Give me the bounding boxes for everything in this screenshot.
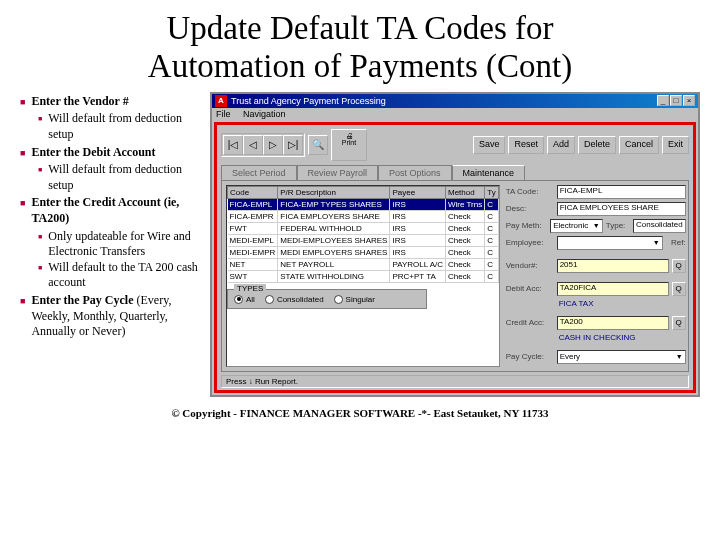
table-cell: IRS — [390, 210, 446, 222]
table-cell: Check — [445, 234, 484, 246]
table-cell: C — [485, 270, 498, 282]
table-cell: FICA-EMP TYPES SHARES — [278, 198, 390, 210]
radio-singular[interactable]: Singular — [334, 295, 375, 304]
table-cell: C — [485, 210, 498, 222]
menu-file[interactable]: File — [216, 109, 231, 119]
table-cell: C — [485, 198, 498, 210]
bullet-icon: ■ — [20, 198, 25, 226]
debit-field[interactable]: TA20FICA — [557, 282, 669, 296]
table-row[interactable]: FWTFEDERAL WITHHOLDIRSCheckC — [228, 222, 499, 234]
type-field[interactable]: Consolidated — [633, 219, 686, 233]
menu-navigation[interactable]: Navigation — [243, 109, 286, 119]
title-line-1: Update Default TA Codes for — [166, 10, 553, 46]
table-cell: FICA-EMPL — [228, 198, 278, 210]
table-cell: IRS — [390, 222, 446, 234]
maximize-button[interactable]: □ — [670, 95, 682, 106]
table-cell: PRC+PT TA — [390, 270, 446, 282]
tab-select-period[interactable]: Select Period — [221, 165, 297, 180]
radio-sing-label: Singular — [346, 295, 375, 304]
chevron-down-icon: ▼ — [676, 353, 683, 360]
table-cell: MEDI-EMPLOYEES SHARES — [278, 234, 390, 246]
table-row[interactable]: NETNET PAYROLLPAYROLL A/CCheckC — [228, 258, 499, 270]
table-row[interactable]: FICA-EMPLFICA-EMP TYPES SHARESIRSWire Tr… — [228, 198, 499, 210]
table-cell: SWT — [228, 270, 278, 282]
vendor-lookup-icon[interactable]: Q — [672, 259, 686, 273]
tab-maintenance[interactable]: Maintenance — [452, 165, 526, 180]
credit-label: Credit Acc: — [506, 318, 554, 327]
paycycle-select[interactable]: Every▼ — [557, 350, 686, 364]
table-cell: FWT — [228, 222, 278, 234]
col-method[interactable]: Method — [445, 186, 484, 198]
delete-button[interactable]: Delete — [578, 136, 616, 154]
table-cell: FICA-EMPR — [228, 210, 278, 222]
vendor-field[interactable]: 2051 — [557, 259, 669, 273]
table-cell: MEDI-EMPR — [228, 246, 278, 258]
reset-button[interactable]: Reset — [508, 136, 544, 154]
slide-title: Update Default TA Codes for Automation o… — [20, 10, 700, 86]
bullet-icon: ■ — [20, 296, 25, 340]
nav-prev-icon[interactable]: ◁ — [243, 135, 263, 155]
tab-post-options[interactable]: Post Options — [378, 165, 452, 180]
tacode-field[interactable]: FICA-EMPL — [557, 185, 686, 199]
col-payee[interactable]: Payee — [390, 186, 446, 198]
bullet-3-1: Only updateable for Wire and Electronic … — [48, 229, 200, 260]
app-logo-icon: A — [215, 95, 227, 107]
table-cell: FEDERAL WITHHOLD — [278, 222, 390, 234]
nav-last-icon[interactable]: ▷| — [283, 135, 303, 155]
tab-review-payroll[interactable]: Review Payroll — [297, 165, 379, 180]
paymethod-value: Electronic — [553, 221, 588, 230]
table-cell: MEDI EMPLOYERS SHARES — [278, 246, 390, 258]
table-cell: MEDI-EMPL — [228, 234, 278, 246]
exit-button[interactable]: Exit — [662, 136, 689, 154]
col-code[interactable]: Code — [228, 186, 278, 198]
debit-lookup-icon[interactable]: Q — [672, 282, 686, 296]
col-type[interactable]: Ty — [485, 186, 498, 198]
table-cell: C — [485, 234, 498, 246]
paymethod-select[interactable]: Electronic▼ — [550, 219, 603, 233]
menubar: File Navigation — [212, 108, 698, 120]
table-cell: PAYROLL A/C — [390, 258, 446, 270]
save-button[interactable]: Save — [473, 136, 506, 154]
employee-select[interactable]: ▼ — [557, 236, 663, 250]
add-button[interactable]: Add — [547, 136, 575, 154]
table-cell: IRS — [390, 198, 446, 210]
table-row[interactable]: MEDI-EMPLMEDI-EMPLOYEES SHARESIRSCheckC — [228, 234, 499, 246]
minimize-button[interactable]: _ — [657, 95, 669, 106]
desc-field[interactable]: FICA EMPLOYEES SHARE — [557, 202, 686, 216]
table-row[interactable]: MEDI-EMPRMEDI EMPLOYERS SHARESIRSCheckC — [228, 246, 499, 258]
cancel-button[interactable]: Cancel — [619, 136, 659, 154]
radio-cons-label: Consolidated — [277, 295, 324, 304]
find-icon[interactable]: 🔍 — [308, 135, 328, 155]
nav-button-group: |◁ ◁ ▷ ▷| — [221, 133, 305, 157]
printer-icon: 🖨 — [332, 132, 366, 139]
tacode-label: TA Code: — [506, 187, 554, 196]
close-button[interactable]: × — [683, 95, 695, 106]
title-line-2: Automation of Payments (Cont) — [148, 48, 572, 84]
bullet-1: Enter the Vendor # — [31, 94, 128, 108]
paycycle-label: Pay Cycle: — [506, 352, 554, 361]
bullet-3: Enter the Credit Account (ie, TA200) — [31, 195, 179, 225]
print-button[interactable]: 🖨 Print — [331, 129, 367, 161]
table-cell: IRS — [390, 234, 446, 246]
credit-field[interactable]: TA200 — [557, 316, 669, 330]
table-row[interactable]: SWTSTATE WITHHOLDINGPRC+PT TACheckC — [228, 270, 499, 282]
debit-desc: FICA TAX — [557, 299, 686, 313]
print-label: Print — [332, 139, 366, 146]
table-cell: IRS — [390, 246, 446, 258]
col-desc[interactable]: P/R Description — [278, 186, 390, 198]
table-cell: Check — [445, 258, 484, 270]
nav-next-icon[interactable]: ▷ — [263, 135, 283, 155]
radio-all[interactable]: All — [234, 295, 255, 304]
table-cell: STATE WITHHOLDING — [278, 270, 390, 282]
bullet-3-2: Will default to the TA 200 cash account — [48, 260, 200, 291]
paymethod-label: Pay Meth: — [506, 221, 547, 230]
table-cell: FICA EMPLOYERS SHARE — [278, 210, 390, 222]
tab-pane: Code P/R Description Payee Method Ty FIC… — [221, 180, 689, 372]
radio-consolidated[interactable]: Consolidated — [265, 295, 324, 304]
table-row[interactable]: FICA-EMPRFICA EMPLOYERS SHAREIRSCheckC — [228, 210, 499, 222]
credit-lookup-icon[interactable]: Q — [672, 316, 686, 330]
bullet-icon: ■ — [20, 97, 25, 110]
nav-first-icon[interactable]: |◁ — [223, 135, 243, 155]
debit-label: Debit Acc: — [506, 284, 554, 293]
data-grid[interactable]: Code P/R Description Payee Method Ty FIC… — [226, 185, 500, 367]
